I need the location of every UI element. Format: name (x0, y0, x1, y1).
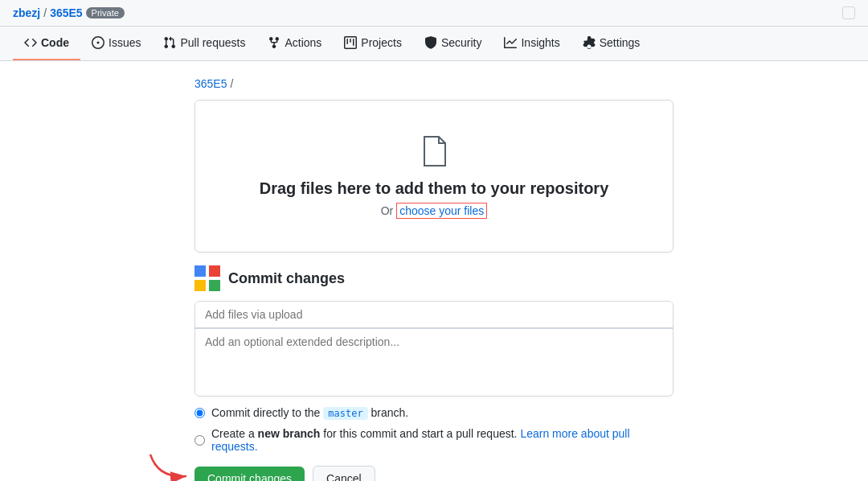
nav-item-code[interactable]: Code (13, 27, 80, 60)
issues-icon (92, 36, 104, 49)
radio-new-branch-option: Create a new branch for this commit and … (194, 427, 674, 453)
nav-pr-label: Pull requests (180, 36, 245, 49)
svg-rect-1 (209, 265, 220, 277)
repo-nav: Code Issues Pull requests Actions Projec… (0, 27, 868, 61)
commit-title: Commit changes (228, 270, 345, 287)
main-content: 365E5 / Drag files here to add them to y… (0, 61, 868, 481)
commit-section: Commit changes Commit directly to the ma… (194, 265, 674, 481)
nav-settings-label: Settings (600, 36, 641, 49)
commit-desc-input[interactable] (195, 329, 673, 393)
radio-direct-text: Commit directly to the master branch. (211, 406, 408, 419)
commit-header: Commit changes (194, 265, 674, 291)
settings-icon (583, 36, 596, 49)
svg-rect-2 (194, 280, 206, 291)
nav-insights-label: Insights (521, 36, 559, 49)
choose-files-link[interactable]: choose your files (396, 203, 487, 219)
security-icon (424, 36, 437, 49)
private-badge: Private (86, 7, 125, 18)
commit-changes-button[interactable]: Commit changes (194, 467, 305, 481)
nav-issues-label: Issues (108, 36, 141, 49)
radio-direct[interactable] (194, 408, 205, 418)
insights-icon (504, 36, 517, 49)
cancel-button[interactable]: Cancel (313, 466, 375, 481)
nav-item-settings[interactable]: Settings (571, 27, 652, 60)
breadcrumb-repo[interactable]: 365E5 (194, 77, 227, 90)
nav-item-security[interactable]: Security (413, 27, 493, 60)
commit-form (194, 301, 674, 397)
repo-owner[interactable]: zbezj (13, 6, 40, 19)
repo-header: zbezj / 365E5 Private (0, 0, 868, 27)
commit-summary-input[interactable] (195, 302, 673, 328)
actions-icon (268, 36, 280, 49)
repo-path: zbezj / 365E5 Private (13, 6, 125, 19)
nav-item-pullrequests[interactable]: Pull requests (152, 27, 256, 60)
window-controls (842, 6, 855, 19)
button-row: Commit changes Cancel (194, 466, 674, 481)
radio-direct-option: Commit directly to the master branch. (194, 406, 674, 419)
nav-projects-label: Projects (361, 36, 402, 49)
file-icon (421, 135, 447, 170)
svg-rect-0 (194, 265, 206, 277)
avatar (194, 265, 220, 291)
branch-badge: master (323, 407, 367, 420)
file-drop-zone[interactable]: Drag files here to add them to your repo… (194, 100, 674, 253)
drop-zone-text: Drag files here to add them to your repo… (260, 179, 609, 198)
commit-button-container: Commit changes (194, 467, 305, 481)
nav-item-projects[interactable]: Projects (333, 27, 413, 60)
nav-item-actions[interactable]: Actions (256, 27, 333, 60)
radio-new-branch[interactable] (194, 435, 205, 446)
code-icon (24, 36, 37, 49)
svg-rect-3 (209, 280, 220, 291)
pullrequest-icon (163, 36, 176, 49)
radio-new-text: Create a new branch for this commit and … (211, 427, 674, 453)
nav-item-issues[interactable]: Issues (80, 27, 152, 60)
nav-security-label: Security (441, 36, 482, 49)
nav-item-insights[interactable]: Insights (493, 27, 571, 60)
radio-section: Commit directly to the master branch. Cr… (194, 397, 674, 453)
breadcrumb: 365E5 / (0, 74, 868, 100)
projects-icon (344, 36, 357, 49)
repo-separator: / (43, 6, 47, 19)
repo-name[interactable]: 365E5 (50, 6, 82, 19)
or-text: Or choose your files (381, 204, 488, 217)
red-arrow (146, 450, 194, 481)
nav-code-label: Code (41, 36, 69, 49)
breadcrumb-separator: / (230, 77, 233, 90)
nav-actions-label: Actions (285, 36, 321, 49)
